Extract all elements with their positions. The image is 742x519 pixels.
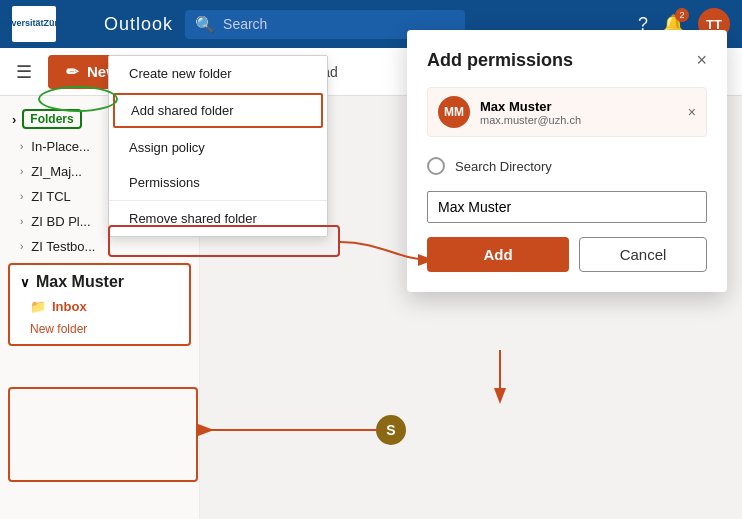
logo-area: Universität Zürich <box>12 6 92 42</box>
user-chip-email: max.muster@uzh.ch <box>480 114 678 126</box>
max-muster-section: ∨ Max Muster 📁 Inbox New folder <box>8 263 191 346</box>
add-permissions-dialog: Add permissions × MM Max Muster max.must… <box>407 30 727 292</box>
context-remove-shared-folder[interactable]: Remove shared folder <box>109 201 327 236</box>
search-directory-row: Search Directory <box>427 149 707 183</box>
user-chip: MM Max Muster max.muster@uzh.ch × <box>427 87 707 137</box>
search-directory-label: Search Directory <box>455 159 552 174</box>
chevron-icon: › <box>20 141 23 152</box>
add-button[interactable]: Add <box>427 237 569 272</box>
user-chip-info: Max Muster max.muster@uzh.ch <box>480 99 678 126</box>
chevron-icon: › <box>20 166 23 177</box>
search-directory-radio[interactable] <box>427 157 445 175</box>
cancel-button[interactable]: Cancel <box>579 237 707 272</box>
chevron-right-icon: › <box>12 112 16 127</box>
user-chip-avatar: MM <box>438 96 470 128</box>
context-assign-policy[interactable]: Assign policy <box>109 130 327 165</box>
folders-label: Folders <box>22 109 81 129</box>
hamburger-menu[interactable]: ☰ <box>16 61 32 83</box>
dialog-buttons: Add Cancel <box>427 237 707 272</box>
new-folder-item[interactable]: New folder <box>10 318 189 340</box>
app-title: Outlook <box>104 14 173 35</box>
chevron-icon: › <box>20 191 23 202</box>
compose-icon: ✏ <box>66 63 79 81</box>
sidebar-item-zitestbox[interactable]: › ZI Testbo... <box>0 234 199 259</box>
folder-icon: 📁 <box>30 299 46 314</box>
dialog-close-button[interactable]: × <box>696 50 707 71</box>
chevron-down-icon: ∨ <box>20 275 30 290</box>
name-input-field[interactable] <box>427 191 707 223</box>
search-icon: 🔍 <box>195 15 215 34</box>
context-permissions[interactable]: Permissions <box>109 165 327 200</box>
context-add-shared-folder[interactable]: Add shared folder <box>113 93 323 128</box>
user-chip-close-button[interactable]: × <box>688 104 696 120</box>
dialog-title: Add permissions <box>427 50 573 71</box>
chevron-icon: › <box>20 216 23 227</box>
context-create-folder[interactable]: Create new folder <box>109 56 327 91</box>
chevron-icon: › <box>20 241 23 252</box>
user-chip-name: Max Muster <box>480 99 678 114</box>
max-muster-header[interactable]: ∨ Max Muster <box>10 269 189 295</box>
context-menu: Create new folder Add shared folder Assi… <box>108 55 328 237</box>
dialog-header: Add permissions × <box>427 50 707 71</box>
university-logo: Universität Zürich <box>12 6 56 42</box>
dialog-overlay: Add permissions × MM Max Muster max.must… <box>392 0 742 519</box>
inbox-item[interactable]: 📁 Inbox <box>10 295 189 318</box>
